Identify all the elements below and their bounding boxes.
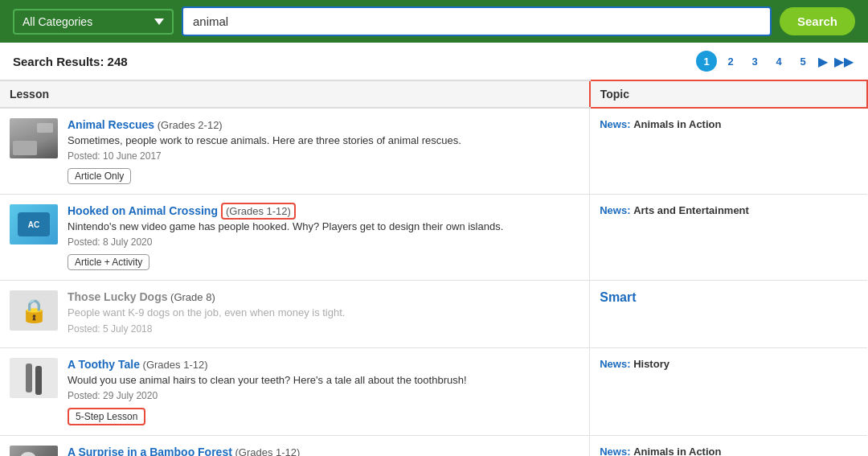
lesson-title[interactable]: A Toothy Tale bbox=[68, 358, 140, 371]
results-count: Search Results: 248 bbox=[13, 55, 128, 68]
lesson-grades: (Grades 2-12) bbox=[154, 119, 223, 131]
category-dropdown[interactable]: All Categories bbox=[13, 9, 174, 35]
topic-subject: Smart bbox=[600, 290, 636, 304]
search-input[interactable] bbox=[182, 6, 772, 36]
topic-cell: Smart bbox=[590, 281, 867, 347]
lesson-column-header: Lesson bbox=[0, 80, 590, 108]
topic-cell: News: History bbox=[590, 347, 867, 435]
lesson-grades: (Grades 1-12) bbox=[221, 203, 296, 220]
next-page-icon[interactable]: ▶ bbox=[817, 54, 829, 69]
page-5[interactable]: 5 bbox=[792, 51, 813, 72]
lesson-grades: (Grades 1-12) bbox=[232, 446, 301, 456]
results-table: Lesson Topic Animal Rescues (Grades 2-12… bbox=[0, 80, 868, 456]
lesson-description: Nintendo's new video game has people hoo… bbox=[68, 220, 503, 234]
header: All Categories Search bbox=[0, 0, 868, 43]
topic-category: News: bbox=[600, 358, 630, 370]
topic-cell: News: Animals in Action bbox=[590, 435, 867, 456]
lesson-title[interactable]: Hooked on Animal Crossing bbox=[68, 204, 218, 217]
page-2[interactable]: 2 bbox=[720, 51, 741, 72]
lesson-title-line: A Toothy Tale (Grades 1-12) bbox=[68, 358, 467, 371]
lesson-cell: AC Hooked on Animal Crossing(Grades 1-12… bbox=[0, 195, 590, 281]
lesson-info: Animal Rescues (Grades 2-12) Sometimes, … bbox=[68, 118, 461, 184]
topic-category: News: bbox=[600, 204, 630, 216]
lesson-posted: Posted: 29 July 2020 bbox=[68, 390, 467, 401]
lesson-title[interactable]: Animal Rescues bbox=[68, 118, 154, 131]
results-bar: Search Results: 248 1 2 3 4 5 ▶ ▶▶ bbox=[0, 43, 868, 80]
page-4[interactable]: 4 bbox=[768, 51, 789, 72]
lesson-description: People want K-9 dogs on the job, even wh… bbox=[68, 306, 345, 320]
lesson-row: 🔒 Those Lucky Dogs (Grade 8) People want… bbox=[10, 290, 579, 337]
lesson-title-line: A Surprise in a Bamboo Forest (Grades 1-… bbox=[68, 446, 579, 456]
topic-column-header: Topic bbox=[590, 80, 867, 108]
topic-subject: Animals in Action bbox=[633, 446, 721, 456]
lesson-description: Sometimes, people work to rescue animals… bbox=[68, 134, 461, 148]
lesson-cell: Animal Rescues (Grades 2-12) Sometimes, … bbox=[0, 108, 590, 195]
last-page-icon[interactable]: ▶▶ bbox=[833, 54, 855, 69]
lesson-info: Hooked on Animal Crossing(Grades 1-12) N… bbox=[68, 204, 503, 270]
lesson-title[interactable]: A Surprise in a Bamboo Forest bbox=[68, 446, 232, 456]
topic-subject: Arts and Entertainment bbox=[633, 204, 749, 216]
topic-category: News: bbox=[600, 446, 630, 456]
lesson-info: A Surprise in a Bamboo Forest (Grades 1-… bbox=[68, 446, 579, 456]
topic-cell: News: Animals in Action bbox=[590, 108, 867, 195]
topic-subject: History bbox=[633, 358, 669, 370]
topic-label: News: Animals in Action bbox=[600, 446, 858, 456]
lesson-row: A Surprise in a Bamboo Forest (Grades 1-… bbox=[10, 446, 579, 456]
lesson-info: A Toothy Tale (Grades 1-12) Would you us… bbox=[68, 358, 467, 425]
lesson-title-line: Animal Rescues (Grades 2-12) bbox=[68, 118, 461, 131]
topic-label: News: History bbox=[600, 358, 858, 370]
search-wrapper bbox=[182, 6, 772, 36]
lesson-title-line: Those Lucky Dogs (Grade 8) bbox=[68, 290, 345, 303]
lesson-tag: Article + Activity bbox=[68, 254, 149, 270]
lesson-title-line: Hooked on Animal Crossing(Grades 1-12) bbox=[68, 204, 503, 217]
lesson-cell: 🔒 Those Lucky Dogs (Grade 8) People want… bbox=[0, 281, 590, 347]
lesson-grades: (Grades 1-12) bbox=[140, 359, 208, 371]
topic-category: News: bbox=[600, 118, 630, 130]
lesson-posted: Posted: 10 June 2017 bbox=[68, 150, 461, 162]
lesson-tag: 5-Step Lesson bbox=[68, 408, 145, 425]
search-button[interactable]: Search bbox=[780, 7, 855, 35]
lesson-posted: Posted: 5 July 2018 bbox=[68, 323, 345, 335]
lesson-grades: (Grade 8) bbox=[167, 291, 215, 303]
lesson-description: Would you use animal hairs to clean your… bbox=[68, 373, 467, 388]
lesson-row: A Toothy Tale (Grades 1-12) Would you us… bbox=[10, 358, 579, 425]
lesson-title[interactable]: Those Lucky Dogs bbox=[68, 290, 167, 303]
category-label: All Categories bbox=[23, 15, 92, 28]
lesson-posted: Posted: 8 July 2020 bbox=[68, 236, 503, 248]
pagination: 1 2 3 4 5 ▶ ▶▶ bbox=[696, 51, 855, 72]
page-1[interactable]: 1 bbox=[696, 51, 717, 72]
lesson-cell: A Surprise in a Bamboo Forest (Grades 1-… bbox=[0, 435, 590, 456]
lesson-info: Those Lucky Dogs (Grade 8) People want K… bbox=[68, 290, 345, 337]
topic-subject: Animals in Action bbox=[633, 118, 721, 130]
topic-label: News: Animals in Action bbox=[600, 118, 858, 130]
topic-label: Smart bbox=[600, 290, 858, 305]
page-3[interactable]: 3 bbox=[744, 51, 765, 72]
topic-cell: News: Arts and Entertainment bbox=[590, 195, 867, 281]
topic-label: News: Arts and Entertainment bbox=[600, 204, 858, 216]
dropdown-arrow-icon bbox=[154, 18, 164, 25]
lesson-row: Animal Rescues (Grades 2-12) Sometimes, … bbox=[10, 118, 579, 184]
lesson-tag: Article Only bbox=[68, 168, 131, 184]
lesson-row: AC Hooked on Animal Crossing(Grades 1-12… bbox=[10, 204, 579, 270]
lesson-cell: A Toothy Tale (Grades 1-12) Would you us… bbox=[0, 347, 590, 435]
